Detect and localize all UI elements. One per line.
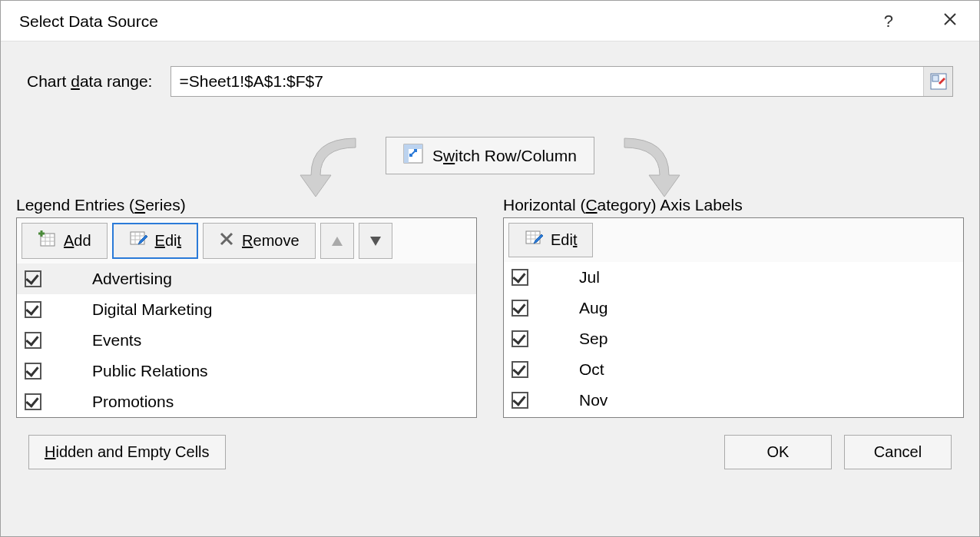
chart-data-range-label: Chart data range: (27, 72, 152, 91)
move-down-button[interactable] (359, 223, 392, 259)
checkbox[interactable] (25, 393, 41, 410)
ok-button[interactable]: OK (724, 435, 832, 469)
list-item[interactable]: Public Relations (17, 356, 476, 386)
checkbox[interactable] (512, 392, 528, 409)
series-panel: Add Edit Remove (16, 217, 477, 418)
dialog-title: Select Data Source (19, 12, 884, 31)
list-item[interactable]: Jul (504, 262, 963, 293)
chart-data-range-field[interactable] (171, 66, 953, 97)
checkbox[interactable] (512, 300, 528, 317)
svg-rect-1 (932, 75, 939, 81)
checkbox[interactable] (25, 270, 41, 287)
series-toolbar: Add Edit Remove (17, 218, 476, 264)
list-item-label: Advertising (92, 270, 172, 288)
list-item-label: Oct (579, 360, 604, 379)
list-item[interactable]: Digital Marketing (17, 294, 476, 325)
list-item-label: Events (92, 331, 141, 350)
list-item-label: Sep (579, 330, 608, 348)
help-icon[interactable]: ? (884, 12, 893, 31)
checkbox[interactable] (25, 332, 41, 349)
close-icon[interactable] (936, 8, 964, 35)
arrow-left-icon (280, 134, 372, 201)
checkbox[interactable] (512, 330, 528, 347)
svg-rect-4 (404, 144, 409, 163)
list-item-label: Aug (579, 299, 608, 317)
add-icon (38, 230, 56, 251)
checkbox[interactable] (512, 269, 528, 286)
move-up-button[interactable] (320, 223, 354, 259)
list-item[interactable]: Aug (504, 293, 963, 323)
checkbox[interactable] (25, 363, 41, 380)
range-picker-icon[interactable] (923, 67, 952, 96)
categories-list[interactable]: JulAugSepOctNov (504, 262, 963, 416)
list-item[interactable]: Events (17, 325, 476, 356)
checkbox[interactable] (25, 301, 41, 318)
edit-series-button[interactable]: Edit (112, 223, 198, 259)
series-list[interactable]: AdvertisingDigital MarketingEventsPublic… (17, 264, 476, 417)
categories-toolbar: Edit (504, 218, 963, 262)
list-item[interactable]: Oct (504, 354, 963, 385)
hidden-empty-cells-button[interactable]: Hidden and Empty Cells (28, 435, 226, 469)
remove-series-button[interactable]: Remove (203, 223, 315, 259)
category-axis-labels-label: Horizontal (Category) Axis Labels (503, 196, 964, 214)
edit-icon (129, 230, 147, 251)
add-series-button[interactable]: Add (22, 223, 108, 259)
checkbox[interactable] (512, 361, 528, 378)
remove-icon (219, 231, 234, 250)
categories-panel: Edit JulAugSepOctNov (503, 217, 964, 418)
list-item-label: Nov (579, 391, 608, 409)
edit-categories-button[interactable]: Edit (508, 223, 593, 257)
list-item[interactable]: Advertising (17, 264, 476, 294)
arrow-right-icon (608, 134, 700, 201)
chevron-up-icon (332, 237, 343, 246)
chart-data-range-input[interactable] (171, 68, 923, 95)
edit-icon (525, 230, 543, 250)
list-item[interactable]: Sep (504, 323, 963, 354)
legend-entries-label: Legend Entries (Series) (16, 196, 477, 214)
switch-row-column-button[interactable]: Switch Row/Column (386, 137, 594, 174)
list-item[interactable]: Promotions (17, 386, 476, 417)
svg-rect-5 (41, 234, 55, 246)
select-data-source-dialog: Select Data Source ? Chart data range: (0, 0, 980, 537)
list-item-label: Jul (579, 268, 600, 287)
list-item-label: Public Relations (92, 362, 208, 380)
list-item[interactable]: Nov (504, 385, 963, 416)
cancel-button[interactable]: Cancel (844, 435, 952, 469)
titlebar: Select Data Source ? (1, 1, 979, 41)
list-item-label: Promotions (92, 393, 174, 411)
switch-icon (403, 144, 423, 167)
chevron-down-icon (370, 237, 381, 246)
list-item-label: Digital Marketing (92, 300, 212, 319)
